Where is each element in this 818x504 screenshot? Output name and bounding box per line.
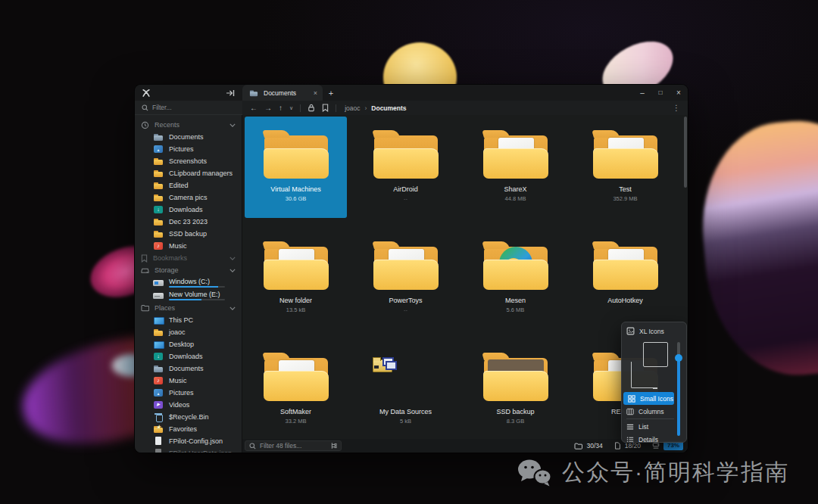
folder-icon	[153, 193, 164, 202]
grid-item-autohotkey[interactable]: AutoHotkey	[574, 228, 676, 329]
folder-icon	[261, 241, 331, 291]
tab-close-icon[interactable]: ×	[314, 89, 317, 97]
grid-item-powertoys[interactable]: PowerToys--	[354, 228, 457, 329]
computer-icon	[153, 316, 164, 325]
folder-icon	[371, 241, 441, 291]
close-button[interactable]: ×	[670, 85, 688, 101]
sidebar-item-videos[interactable]: Videos	[135, 399, 242, 411]
grid-item-new-folder[interactable]: New folder13.5 kB	[245, 228, 347, 329]
up-button[interactable]: ↑	[279, 104, 283, 112]
sidebar-item-downloads-place[interactable]: Downloads	[135, 350, 242, 362]
sidebar-item-this-pc[interactable]: This PC	[135, 314, 242, 326]
forward-button[interactable]: →	[264, 104, 272, 112]
desktop-icon	[153, 340, 164, 349]
sidebar-item-music[interactable]: Music	[135, 240, 242, 252]
folder-icon	[153, 217, 164, 226]
background-shape-right	[694, 114, 818, 383]
watermark: 公众号·简明科学指南	[517, 457, 789, 488]
maximize-button[interactable]: □	[651, 85, 670, 101]
sidebar-item-recycle-bin[interactable]: $Recycle.Bin	[135, 411, 242, 423]
sidebar-item-documents-place[interactable]: Documents	[135, 362, 242, 375]
sidebar-section-recents[interactable]: Recents	[135, 119, 242, 131]
documents-folder-icon	[153, 132, 164, 142]
view-option-xl-icons[interactable]: XL Icons	[622, 325, 674, 338]
sidebar-item-edited[interactable]: Edited	[135, 179, 242, 191]
folder-icon	[153, 157, 164, 166]
sidebar-filter-placeholder: Filter...	[152, 104, 172, 111]
folder-icon	[261, 129, 331, 179]
sidebar-item-joaoc[interactable]: joaoc	[135, 326, 242, 338]
icon-size-slider[interactable]	[675, 342, 682, 436]
sidebar-section-bookmarks[interactable]: Bookmarks	[135, 252, 242, 264]
sidebar-item-new-volume-e[interactable]: New Volume (E:)	[135, 289, 242, 302]
lock-icon[interactable]	[308, 104, 315, 112]
sidebar-section-places[interactable]: Places	[135, 302, 242, 314]
grid-item-virtual-machines[interactable]: Virtual Machines30.6 GB	[245, 117, 347, 218]
music-icon	[153, 376, 164, 385]
scrollbar-thumb[interactable]	[684, 117, 687, 188]
breadcrumb-parent[interactable]: joaoc	[345, 104, 360, 112]
tab-documents[interactable]: Documents ×	[242, 85, 323, 101]
grid-item-ssd-backup[interactable]: SSD backup8.3 GB	[464, 339, 567, 439]
sidebar-item-camera-pics[interactable]: Camera pics	[135, 191, 242, 204]
bookmark-icon[interactable]	[322, 104, 329, 112]
sidebar-item-fpilot-userdata[interactable]: FPilot-UserData.json	[135, 447, 242, 453]
view-option-list[interactable]: List	[622, 420, 674, 433]
grid-item-test[interactable]: Test352.9 MB	[574, 117, 676, 218]
sidebar-section-storage[interactable]: Storage	[135, 264, 242, 276]
grid-item-my-data-sources[interactable]: My Data Sources5 kB	[354, 339, 457, 439]
folder-icon	[481, 129, 551, 179]
history-dropdown-icon[interactable]: ∨	[289, 105, 293, 111]
list-icon	[626, 423, 634, 431]
folder-with-photo-icon	[481, 352, 551, 402]
sidebar-item-screenshots[interactable]: Screenshots	[135, 155, 242, 167]
slider-thumb[interactable]	[675, 354, 682, 362]
sidebar-item-downloads[interactable]: Downloads	[135, 204, 242, 216]
grid-item-sharex[interactable]: ShareX44.8 MB	[464, 117, 567, 218]
back-button[interactable]: ←	[250, 104, 258, 112]
folder-with-logo-icon	[481, 241, 551, 291]
sidebar-item-dec-23-2023[interactable]: Dec 23 2023	[135, 216, 242, 228]
sidebar-item-documents[interactable]: Documents	[135, 131, 242, 143]
windows-drive-icon	[153, 278, 164, 288]
view-option-small-icons[interactable]: Small Icons	[623, 392, 674, 405]
sidebar-item-clipboard-managers[interactable]: CLipboard managers	[135, 167, 242, 179]
watermark-text: 公众号·简明科学指南	[562, 457, 789, 488]
collapse-sidebar-icon[interactable]	[226, 89, 235, 97]
folder-icon	[153, 328, 164, 337]
search-icon	[142, 104, 148, 111]
icon-size-preview	[622, 338, 676, 392]
sidebar-item-pictures-place[interactable]: Pictures	[135, 387, 242, 399]
sidebar-item-music-place[interactable]: Music	[135, 375, 242, 387]
sidebar-item-fpilot-config[interactable]: FPilot-Config.json	[135, 435, 242, 447]
app-logo-icon	[142, 89, 151, 98]
sidebar-item-pictures[interactable]: Pictures	[135, 143, 242, 155]
recycle-bin-icon	[153, 412, 164, 422]
sidebar-filter-input[interactable]: Filter...	[135, 101, 242, 115]
minimize-button[interactable]: –	[633, 85, 651, 101]
sidebar-item-desktop[interactable]: Desktop	[135, 338, 242, 350]
files-count-icon	[614, 442, 621, 450]
new-tab-button[interactable]: +	[323, 89, 339, 98]
view-option-columns[interactable]: Columns	[622, 405, 674, 418]
grid-item-softmaker[interactable]: SoftMaker33.2 MB	[245, 339, 347, 439]
file-filter-input[interactable]: Filter 48 files...	[245, 440, 342, 451]
breadcrumb-current[interactable]: Documents	[371, 104, 406, 112]
view-mode-popup: XL Icons Small Icons Columns List Det	[621, 322, 687, 443]
small-icons-icon	[628, 395, 635, 403]
window-controls: – □ ×	[633, 85, 688, 101]
more-menu-icon[interactable]: ⋮	[673, 104, 680, 112]
view-option-details[interactable]: Details	[622, 433, 674, 443]
file-filter-placeholder: Filter 48 files...	[260, 442, 301, 450]
folder-icon	[153, 229, 164, 238]
filter-options-icon[interactable]	[329, 442, 337, 450]
sidebar-item-favorites[interactable]: ★Favorites	[135, 423, 242, 435]
search-icon	[249, 443, 256, 450]
sidebar-item-ssd-backup[interactable]: SSD backup	[135, 228, 242, 240]
menu-divider	[626, 418, 674, 419]
grid-item-airdroid[interactable]: AirDroid--	[354, 117, 457, 218]
grid-item-mesen[interactable]: Mesen5.6 MB	[464, 228, 567, 329]
sidebar-item-windows-c[interactable]: Windows (C:)	[135, 276, 242, 289]
music-icon	[153, 241, 164, 250]
status-bar: Filter 48 files... 30/34 18/20 73%	[242, 439, 688, 453]
